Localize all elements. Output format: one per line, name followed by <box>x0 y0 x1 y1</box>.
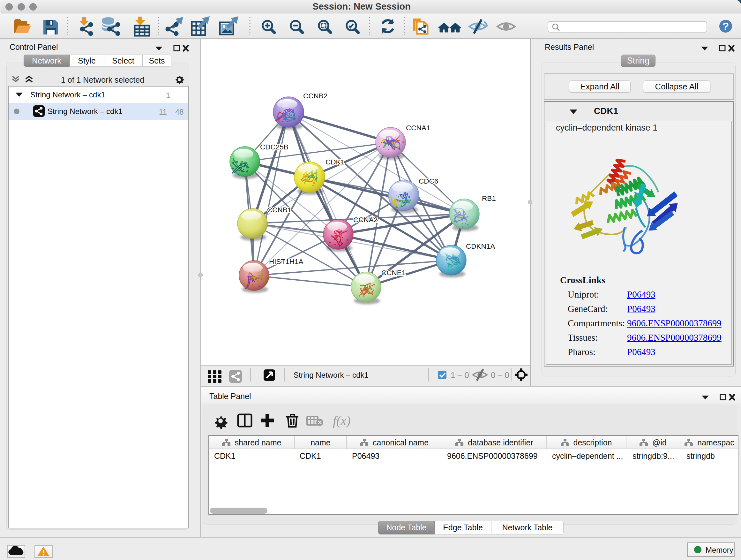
svg-text:CCNA1: CCNA1 <box>406 124 430 132</box>
svg-text:1 – 0: 1 – 0 <box>451 370 469 380</box>
svg-text:CDK1: CDK1 <box>326 158 345 166</box>
svg-text:CCNA2: CCNA2 <box>353 216 378 224</box>
svg-text:CCNB2: CCNB2 <box>303 92 327 100</box>
svg-text:CCNB1: CCNB1 <box>267 206 291 214</box>
svg-text:CDKN1A: CDKN1A <box>466 242 495 250</box>
svg-text:CCNE1: CCNE1 <box>381 269 406 277</box>
svg-text:f(x): f(x) <box>333 414 351 428</box>
svg-text:0 – 0: 0 – 0 <box>491 370 509 380</box>
svg-text:HIST1H1A: HIST1H1A <box>269 258 304 266</box>
svg-text:CDC6: CDC6 <box>419 177 438 185</box>
svg-text:String Network – cdk1: String Network – cdk1 <box>293 371 368 379</box>
svg-text:CDC25B: CDC25B <box>260 143 288 151</box>
svg-text:?: ? <box>723 20 729 32</box>
svg-text:RB1: RB1 <box>482 194 496 202</box>
